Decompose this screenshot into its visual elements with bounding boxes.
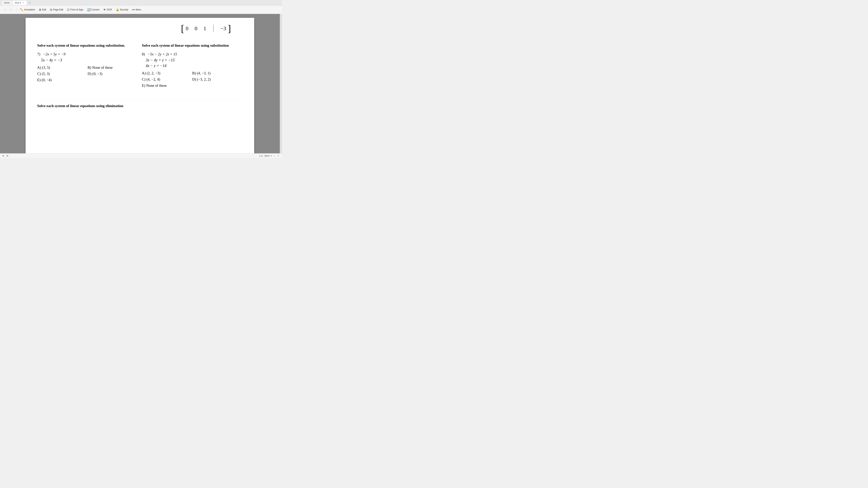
tab-close-icon[interactable]: ✕ bbox=[22, 2, 24, 4]
tab-home-label: Home bbox=[4, 2, 10, 4]
edit-icon: ⊞ bbox=[39, 8, 41, 11]
problem7-choiceC: C) (5, 3) bbox=[37, 72, 84, 76]
security-button[interactable]: 🔒 Security bbox=[114, 7, 130, 13]
problem7-column: Solve each system of linear equations us… bbox=[37, 39, 142, 92]
tab-home[interactable]: Home bbox=[2, 0, 12, 5]
matrix-val-0: 0 bbox=[186, 25, 188, 32]
problem7-choiceB: B) None of these bbox=[88, 65, 134, 70]
problem7-choiceA: A) (3, 5) bbox=[37, 65, 84, 70]
problem8-title: Solve each system of linear equations us… bbox=[142, 43, 239, 48]
form-sign-label: Form & Sign bbox=[70, 8, 83, 11]
security-label: Security bbox=[120, 8, 128, 11]
statusbar: ⊟ 👁 2 /3 399% ∨ − + bbox=[0, 153, 282, 158]
page-indicator: 2 /3 bbox=[259, 155, 263, 157]
ocr-label: OCR bbox=[107, 8, 112, 11]
problem8-eq1: −5x − 2y + 2z = 15 bbox=[148, 52, 177, 56]
problem8-column: Solve each system of linear equations us… bbox=[142, 39, 243, 92]
problem7-choiceD: D) (0, −3) bbox=[88, 72, 134, 76]
zoom-plus-button[interactable]: + bbox=[277, 154, 280, 157]
right-scroll-strip[interactable] bbox=[280, 14, 282, 153]
toolbar: ↩ ↪ ✏️ Annotation ⊞ Edit ⊟ Page Edit ☑ F… bbox=[0, 5, 282, 14]
problem8-choiceA: A) (2, 2, −3) bbox=[142, 71, 188, 75]
problem8-choiceE: E) None of these bbox=[142, 84, 188, 88]
problem8-eq3: 4x − z = −14 bbox=[142, 64, 239, 68]
page-edit-icon: ⊟ bbox=[50, 8, 52, 11]
bottom-title: Solve each system of linear equations us… bbox=[37, 103, 243, 109]
zoom-minus-button[interactable]: − bbox=[273, 154, 276, 157]
problem7-number: 7) −2x + 5y = −9 bbox=[37, 52, 134, 56]
ocr-icon: 👁 bbox=[103, 8, 106, 11]
more-label: More bbox=[136, 8, 141, 11]
view-icon: ⊟ bbox=[2, 155, 4, 157]
problem7-choiceE: E) (0, −4) bbox=[37, 78, 84, 82]
matrix-container: [ 0 0 1 −3 ] bbox=[37, 24, 243, 33]
edit-button[interactable]: ⊞ Edit bbox=[37, 7, 48, 13]
problem7-title: Solve each system of linear equations us… bbox=[37, 43, 134, 48]
convert-button[interactable]: 🔄 Convert bbox=[86, 7, 101, 13]
problem8-num-label: 8) bbox=[142, 52, 145, 56]
undo-redo-group: ↩ ↪ bbox=[2, 7, 13, 12]
matrix-val-3: −3 bbox=[220, 25, 226, 32]
eye-icon: 👁 bbox=[6, 155, 8, 157]
matrix-divider bbox=[213, 25, 214, 32]
titlebar: Home Quiz 5 ✕ + bbox=[0, 0, 282, 5]
two-column-section: Solve each system of linear equations us… bbox=[37, 39, 243, 92]
matrix-bracket-left: [ bbox=[181, 24, 184, 33]
matrix-bracket-right: ] bbox=[228, 24, 231, 33]
annotation-button[interactable]: ✏️ Annotation bbox=[19, 7, 37, 13]
convert-label: Convert bbox=[91, 8, 99, 11]
problem7-eq1: −2x + 5y = −9 bbox=[43, 52, 65, 56]
matrix-content: 0 0 1 −3 bbox=[186, 25, 226, 32]
toolbar-divider-1 bbox=[17, 7, 17, 12]
bottom-section: Solve each system of linear equations us… bbox=[37, 99, 243, 109]
pdf-page: [ 0 0 1 −3 ] Solve each system of linear… bbox=[26, 18, 254, 153]
zoom-level: 399% bbox=[264, 155, 270, 157]
problem8-choiceC: C) (4, −2, 4) bbox=[142, 77, 188, 82]
problem7-eq2: 5x − 4y = −3 bbox=[37, 58, 134, 62]
pdf-container[interactable]: [ 0 0 1 −3 ] Solve each system of linear… bbox=[0, 14, 280, 153]
problem7-choices: A) (3, 5) B) None of these C) (5, 3) D) … bbox=[37, 65, 134, 82]
problem8-number: 8) −5x − 2y + 2z = 15 bbox=[142, 52, 239, 56]
more-button[interactable]: ••• More bbox=[131, 7, 143, 13]
zoom-control: 399% ∨ − + bbox=[264, 154, 280, 157]
form-sign-button[interactable]: ☑ Form & Sign bbox=[65, 7, 85, 13]
more-icon: ••• bbox=[132, 8, 135, 11]
annotation-label: Annotation bbox=[24, 8, 35, 11]
zoom-dropdown-icon[interactable]: ∨ bbox=[271, 155, 272, 157]
page-edit-label: Page Edit bbox=[53, 8, 63, 11]
annotation-icon: ✏️ bbox=[20, 8, 23, 11]
tab-quiz5[interactable]: Quiz 5 ✕ bbox=[12, 0, 27, 5]
problem8-choiceD: D) (−3, 2, 2) bbox=[192, 77, 239, 82]
ocr-button[interactable]: 👁 OCR bbox=[102, 7, 114, 13]
statusbar-right: 2 /3 399% ∨ − + bbox=[259, 154, 280, 157]
form-sign-icon: ☑ bbox=[67, 8, 69, 11]
page-edit-button[interactable]: ⊟ Page Edit bbox=[49, 7, 65, 13]
matrix: [ 0 0 1 −3 ] bbox=[181, 24, 231, 33]
undo-button[interactable]: ↩ bbox=[2, 7, 8, 12]
problem8-choiceB: B) (4, −3, 1) bbox=[192, 71, 239, 75]
convert-icon: 🔄 bbox=[87, 8, 91, 11]
edit-label: Edit bbox=[42, 8, 46, 11]
add-tab-button[interactable]: + bbox=[28, 1, 32, 5]
problem8-choices: A) (2, 2, −3) B) (4, −3, 1) C) (4, −2, 4… bbox=[142, 71, 239, 88]
redo-button[interactable]: ↪ bbox=[8, 7, 13, 12]
problem7-num-label: 7) bbox=[37, 52, 40, 56]
main-content: [ 0 0 1 −3 ] Solve each system of linear… bbox=[0, 14, 282, 153]
problem8-eq2: 3x − 4y + z = −15 bbox=[142, 58, 239, 62]
matrix-val-2: 1 bbox=[204, 25, 206, 32]
tab-quiz5-label: Quiz 5 bbox=[15, 2, 21, 4]
security-icon: 🔒 bbox=[116, 8, 119, 11]
matrix-val-1: 0 bbox=[195, 25, 197, 32]
